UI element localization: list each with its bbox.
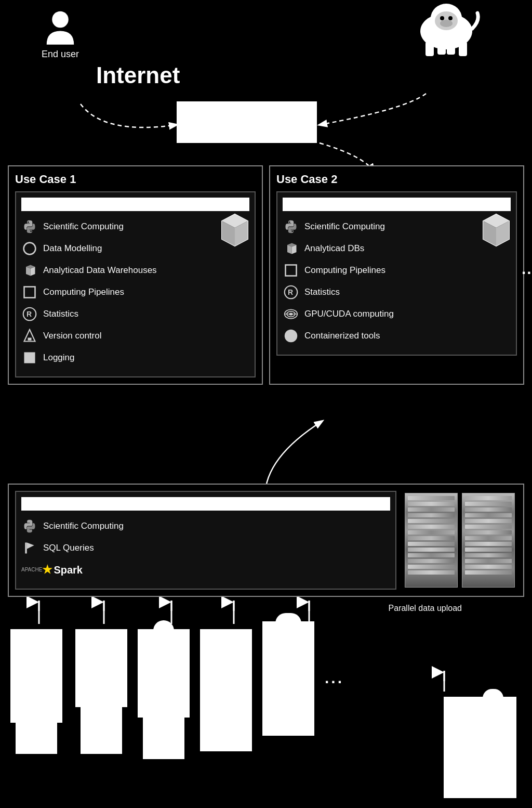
uc2-cube [482,213,511,249]
svg-rect-31 [28,338,32,341]
logging-icon-1 [21,349,38,366]
nvidia-icon [283,306,299,322]
dl-header-bar [21,497,390,511]
svg-rect-25 [459,42,467,56]
uc1-item-pipelines: Computing Pipelines [21,284,249,301]
svg-rect-24 [447,42,455,55]
person-icon [42,10,78,47]
use-case-1-title: Use Case 1 [15,173,256,186]
uc1-item-version: Version control [21,328,249,344]
uc1-item-dw: Analyticad Data Warehouses [21,262,249,279]
uc1-data-model-label: Data Modelling [43,243,102,254]
use-case-1-box: Use Case 1 Scientific Computing [8,165,263,385]
square-icon-1 [21,284,38,301]
uc2-item-pipelines: Computing Pipelines [283,262,511,279]
uc2-dbs-label: Analyticad DBs [304,243,364,254]
uc2-gpu-label: GPU/CUDA computing [304,309,394,319]
data-source-1 [10,629,62,723]
dl-sql-label: SQL Queries [43,543,94,553]
uc1-item-logging: Logging [21,349,249,366]
data-source-4b [200,723,252,751]
uc2-sci-label: Scientific Computing [304,221,385,232]
uc1-cube [221,213,249,249]
uc1-version-label: Version control [43,331,101,341]
top-section: End user Internet [0,0,532,166]
use-case-2-box: Use Case 2 Scientific Computing [269,165,524,385]
server-rack-1 [405,493,458,588]
end-user-label: End user [42,49,79,60]
python-icon-2 [283,218,299,235]
internet-label: Internet [96,62,180,88]
uc2-container-label: Containerized tools [304,331,380,341]
use-case-2-title: Use Case 2 [276,173,517,186]
server-racks [403,491,517,590]
data-source-2b [81,707,122,754]
container-icon [283,328,299,344]
end-user-group: End user [42,10,79,60]
svg-point-26 [24,243,36,255]
gateway-box [177,101,317,143]
data-source-3-top [153,620,174,631]
uc2-item-container: Containerized tools [283,328,511,344]
svg-point-21 [440,20,453,27]
svg-text:R: R [288,288,293,296]
uc1-item-sci: Scientific Computing [21,218,249,235]
spark-icon: APACHE ★Spark [21,562,83,578]
data-source-right [444,697,516,798]
uc1-item-data-model: Data Modelling [21,240,249,257]
data-source-5 [262,621,314,736]
uc1-sci-label: Scientific Computing [43,221,124,232]
uc2-header-bar [283,198,511,211]
uc2-item-gpu: GPU/CUDA computing [283,306,511,322]
db-icon-2 [283,240,299,257]
data-sources-ellipsis: ··· [325,673,344,691]
data-source-3 [138,629,190,718]
data-source-2 [75,629,127,707]
use-case-1-inner: Scientific Computing Data Modelling [15,191,256,377]
data-source-1b [16,723,57,754]
r-icon-2: R [283,284,299,301]
parallel-upload-label: Parallel data upload [389,603,462,614]
uc2-pipelines-label: Computing Pipelines [304,265,385,276]
bulldog-icon [413,3,480,60]
svg-point-13 [52,11,69,28]
uc2-stats-label: Statistics [304,287,340,297]
svg-rect-22 [425,42,434,56]
uc1-dw-label: Analyticad Data Warehouses [43,265,157,276]
sql-icon [21,540,38,556]
data-source-4 [200,629,252,723]
dl-item-spark: APACHE ★Spark [21,562,390,578]
svg-point-19 [440,16,444,20]
more-ellipsis: ··· [522,264,532,282]
python-icon-3 [21,518,38,535]
dl-item-sql: SQL Queries [21,540,390,556]
circle-icon-1 [21,240,38,257]
dl-sci-label: Scientific Computing [43,521,124,531]
svg-rect-27 [24,287,35,298]
svg-rect-23 [437,42,446,55]
uc1-header-bar [21,198,249,211]
square-icon-2 [283,262,299,279]
uc2-item-sci: Scientific Computing [283,218,511,235]
svg-point-20 [448,16,453,20]
use-cases-row: Use Case 1 Scientific Computing [8,165,524,385]
data-source-right-top [483,689,503,698]
r-icon-1: R [21,306,38,322]
db-icon-1 [21,262,38,279]
uc2-item-dbs: Analyticad DBs [283,240,511,257]
svg-text:R: R [26,310,32,318]
main-diagram: End user Internet [0,0,532,808]
data-layer-box: Scientific Computing SQL Queries APA [8,484,524,597]
svg-point-44 [285,330,298,343]
uc1-stats-label: Statistics [43,309,78,319]
data-source-3b [143,718,184,759]
dl-item-sci: Scientific Computing [21,518,390,535]
data-source-5-top [275,613,301,623]
uc1-pipelines-label: Computing Pipelines [43,287,124,297]
python-icon-1 [21,218,38,235]
server-rack-2 [462,493,515,588]
uc2-item-stats: R Statistics [283,284,511,301]
git-icon-1 [21,328,38,344]
uc1-item-stats: R Statistics [21,306,249,322]
data-layer-content: Scientific Computing SQL Queries APA [15,491,517,590]
